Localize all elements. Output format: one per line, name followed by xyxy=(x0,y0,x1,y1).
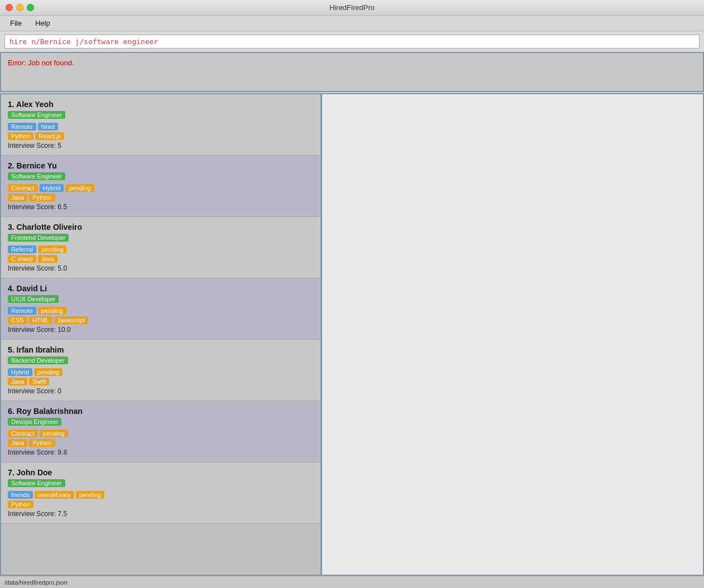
window-controls xyxy=(6,4,34,11)
skills-row: PythonReact.js xyxy=(8,132,314,140)
minimize-button[interactable] xyxy=(16,4,23,11)
skills-row: JavaSwift xyxy=(8,378,314,385)
tags-row: ContractHybridpending xyxy=(8,184,314,192)
maximize-button[interactable] xyxy=(27,4,34,11)
skill-tag: Java xyxy=(8,439,27,447)
command-bar xyxy=(0,31,704,53)
interview-score: Interview Score: 9.8 xyxy=(8,449,314,456)
titlebar: HiredFiredPro xyxy=(0,0,704,16)
candidate-role: UIUX Developer xyxy=(8,295,59,303)
candidate-item[interactable]: 5. Irfan IbrahimBackend DeveloperHybridp… xyxy=(1,340,320,401)
app-title: HiredFiredPro xyxy=(329,3,375,12)
tag: hired xyxy=(38,123,58,131)
interview-score: Interview Score: 7.5 xyxy=(8,510,314,518)
tag: Hybrid xyxy=(40,184,64,192)
candidate-item[interactable]: 1. Alex YeohSoftware EngineerRemotehired… xyxy=(1,94,320,156)
candidate-item[interactable]: 3. Charlotte OliveiroFrontend DeveloperR… xyxy=(1,217,320,278)
skills-row: JavaPython xyxy=(8,439,314,447)
interview-score: Interview Score: 0 xyxy=(8,387,314,395)
candidate-role: Software Engineer xyxy=(8,479,65,487)
tag: pending xyxy=(38,245,66,253)
statusbar-path: /data/hiredfiredpro.json xyxy=(4,579,68,586)
candidate-name: 2. Bernice Yu xyxy=(8,161,314,170)
interview-score: Interview Score: 6.5 xyxy=(8,203,314,211)
error-message: Error: Job not found. xyxy=(8,59,74,67)
candidate-role: Software Engineer xyxy=(8,111,65,119)
tag: Remote xyxy=(8,307,36,315)
candidate-item[interactable]: 2. Bernice YuSoftware EngineerContractHy… xyxy=(1,156,320,217)
tag: friends xyxy=(8,491,33,499)
tag: pending xyxy=(38,307,66,315)
close-button[interactable] xyxy=(6,4,13,11)
tag: Remote xyxy=(8,123,36,131)
skill-tag: Python xyxy=(29,194,55,201)
skill-tag: Swift xyxy=(29,378,49,385)
candidate-role: Backend Developer xyxy=(8,356,68,364)
command-input[interactable] xyxy=(4,35,700,49)
tag: Referral xyxy=(8,245,36,253)
tag: pending xyxy=(76,491,104,499)
skill-tag: Java xyxy=(38,255,58,263)
tag: Contract xyxy=(8,184,38,192)
skill-tag: C sharp xyxy=(8,255,36,263)
candidate-role: Devops Engineer xyxy=(8,418,61,426)
detail-panel xyxy=(322,94,703,575)
candidate-role: Frontend Developer xyxy=(8,234,69,242)
skill-tag: HTML xyxy=(29,316,52,324)
tag: pending xyxy=(65,184,94,192)
skill-tag: Javascript xyxy=(54,316,89,324)
skills-row: C sharpJava xyxy=(8,255,314,263)
candidate-item[interactable]: 6. Roy BalakrishnanDevops EngineerContra… xyxy=(1,401,320,462)
tag: pending xyxy=(34,368,63,376)
candidates-panel: 1. Alex YeohSoftware EngineerRemotehired… xyxy=(1,94,322,575)
candidate-item[interactable]: 4. David LiUIUX DeveloperRemotependingCS… xyxy=(1,278,320,340)
error-area: Error: Job not found. xyxy=(0,53,704,92)
tags-row: friendsowesMoneypending xyxy=(8,491,314,499)
skill-tag: CSS xyxy=(8,316,27,324)
skill-tag: Java xyxy=(8,194,27,201)
tags-row: Remotepending xyxy=(8,307,314,315)
candidate-name: 3. Charlotte Oliveiro xyxy=(8,223,314,232)
menu-file[interactable]: File xyxy=(4,18,27,28)
candidate-name: 4. David Li xyxy=(8,284,314,293)
tags-row: Remotehired xyxy=(8,123,314,131)
tags-row: Hybridpending xyxy=(8,368,314,376)
candidate-name: 5. Irfan Ibrahim xyxy=(8,345,314,354)
skill-tag: Python xyxy=(29,439,55,447)
interview-score: Interview Score: 5 xyxy=(8,142,314,150)
menubar: File Help xyxy=(0,16,704,31)
skills-row: JavaPython xyxy=(8,194,314,201)
candidate-name: 6. Roy Balakrishnan xyxy=(8,407,314,416)
menu-help[interactable]: Help xyxy=(30,18,56,28)
candidate-name: 1. Alex Yeoh xyxy=(8,100,314,109)
candidate-name: 7. John Doe xyxy=(8,468,314,477)
skill-tag: React.js xyxy=(35,132,64,140)
statusbar: /data/hiredfiredpro.json xyxy=(0,576,704,588)
interview-score: Interview Score: 10.0 xyxy=(8,326,314,334)
skill-tag: Java xyxy=(8,378,27,385)
candidate-item[interactable]: 7. John DoeSoftware EngineerfriendsowesM… xyxy=(1,462,320,524)
skill-tag: Python xyxy=(8,132,33,140)
interview-score: Interview Score: 5.0 xyxy=(8,264,314,272)
main-content: 1. Alex YeohSoftware EngineerRemotehired… xyxy=(0,93,704,576)
skill-tag: Python xyxy=(8,500,33,508)
skills-row: Python xyxy=(8,500,314,508)
tag: owesMoney xyxy=(35,491,74,499)
tags-row: Contractpending xyxy=(8,430,314,437)
tag: pending xyxy=(40,430,68,437)
tag: Hybrid xyxy=(8,368,32,376)
tag: Contract xyxy=(8,430,38,437)
tags-row: Referralpending xyxy=(8,245,314,253)
skills-row: CSSHTMLJavascript xyxy=(8,316,314,324)
candidate-role: Software Engineer xyxy=(8,172,65,180)
